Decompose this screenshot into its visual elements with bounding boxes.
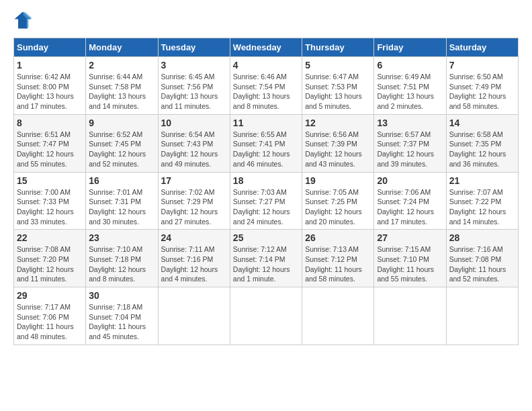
day-number: 15 — [17, 175, 83, 186]
day-info: Sunrise: 7:03 AM Sunset: 7:27 PM Dayligh… — [233, 187, 299, 227]
calendar-cell: 15Sunrise: 7:00 AM Sunset: 7:33 PM Dayli… — [14, 172, 86, 230]
day-number: 2 — [89, 60, 154, 71]
calendar-cell: 9Sunrise: 6:52 AM Sunset: 7:45 PM Daylig… — [86, 114, 158, 172]
calendar-cell: 28Sunrise: 7:16 AM Sunset: 7:08 PM Dayli… — [446, 230, 518, 287]
day-info: Sunrise: 7:00 AM Sunset: 7:33 PM Dayligh… — [17, 187, 83, 227]
calendar-cell: 4Sunrise: 6:46 AM Sunset: 7:54 PM Daylig… — [230, 57, 302, 115]
day-info: Sunrise: 6:52 AM Sunset: 7:45 PM Dayligh… — [89, 130, 154, 169]
logo — [13, 11, 35, 30]
day-info: Sunrise: 7:12 AM Sunset: 7:14 PM Dayligh… — [233, 244, 299, 284]
logo-icon — [13, 11, 32, 30]
calendar-cell: 5Sunrise: 6:47 AM Sunset: 7:53 PM Daylig… — [302, 57, 374, 115]
day-number: 27 — [377, 232, 443, 243]
calendar-cell: 22Sunrise: 7:08 AM Sunset: 7:20 PM Dayli… — [14, 230, 86, 287]
weekday-header: Thursday — [302, 38, 374, 57]
day-number: 9 — [89, 118, 154, 128]
day-info: Sunrise: 6:46 AM Sunset: 7:54 PM Dayligh… — [233, 72, 299, 111]
day-number: 23 — [89, 232, 154, 243]
day-number: 3 — [161, 60, 227, 71]
calendar-cell: 12Sunrise: 6:56 AM Sunset: 7:39 PM Dayli… — [302, 114, 374, 172]
header — [13, 11, 519, 30]
calendar-cell: 19Sunrise: 7:05 AM Sunset: 7:25 PM Dayli… — [302, 172, 374, 230]
day-info: Sunrise: 7:10 AM Sunset: 7:18 PM Dayligh… — [89, 244, 154, 284]
day-number: 5 — [305, 60, 371, 71]
calendar-cell: 6Sunrise: 6:49 AM Sunset: 7:51 PM Daylig… — [374, 57, 446, 115]
calendar-cell: 24Sunrise: 7:11 AM Sunset: 7:16 PM Dayli… — [158, 230, 230, 287]
calendar-week: 22Sunrise: 7:08 AM Sunset: 7:20 PM Dayli… — [14, 230, 519, 287]
calendar-cell: 13Sunrise: 6:57 AM Sunset: 7:37 PM Dayli… — [374, 114, 446, 172]
day-number: 12 — [305, 118, 371, 128]
day-number: 6 — [377, 60, 443, 71]
calendar-cell: 2Sunrise: 6:44 AM Sunset: 7:58 PM Daylig… — [86, 57, 158, 115]
day-info: Sunrise: 6:44 AM Sunset: 7:58 PM Dayligh… — [89, 72, 154, 111]
calendar-cell — [302, 287, 374, 345]
day-info: Sunrise: 7:07 AM Sunset: 7:22 PM Dayligh… — [449, 187, 515, 227]
calendar-week: 8Sunrise: 6:51 AM Sunset: 7:47 PM Daylig… — [14, 114, 519, 172]
day-info: Sunrise: 6:42 AM Sunset: 8:00 PM Dayligh… — [17, 72, 83, 111]
day-number: 19 — [305, 175, 371, 186]
calendar-cell — [374, 287, 446, 345]
calendar-cell: 21Sunrise: 7:07 AM Sunset: 7:22 PM Dayli… — [446, 172, 518, 230]
calendar-week: 1Sunrise: 6:42 AM Sunset: 8:00 PM Daylig… — [14, 57, 519, 115]
calendar-cell: 27Sunrise: 7:15 AM Sunset: 7:10 PM Dayli… — [374, 230, 446, 287]
day-number: 1 — [17, 60, 83, 71]
day-number: 26 — [305, 232, 371, 243]
day-info: Sunrise: 7:06 AM Sunset: 7:24 PM Dayligh… — [377, 187, 443, 227]
day-info: Sunrise: 6:50 AM Sunset: 7:49 PM Dayligh… — [449, 72, 515, 111]
calendar-cell: 29Sunrise: 7:17 AM Sunset: 7:06 PM Dayli… — [14, 287, 86, 345]
day-info: Sunrise: 6:58 AM Sunset: 7:35 PM Dayligh… — [449, 130, 515, 169]
day-number: 4 — [233, 60, 299, 71]
day-number: 10 — [161, 118, 227, 128]
calendar-cell: 1Sunrise: 6:42 AM Sunset: 8:00 PM Daylig… — [14, 57, 86, 115]
day-number: 13 — [377, 118, 443, 128]
day-number: 11 — [233, 118, 299, 128]
day-info: Sunrise: 6:56 AM Sunset: 7:39 PM Dayligh… — [305, 130, 371, 169]
calendar-cell: 30Sunrise: 7:18 AM Sunset: 7:04 PM Dayli… — [86, 287, 158, 345]
day-number: 17 — [161, 175, 227, 186]
day-info: Sunrise: 6:45 AM Sunset: 7:56 PM Dayligh… — [161, 72, 227, 111]
calendar-week: 29Sunrise: 7:17 AM Sunset: 7:06 PM Dayli… — [14, 287, 519, 345]
weekday-header: Sunday — [14, 38, 86, 57]
day-number: 18 — [233, 175, 299, 186]
day-info: Sunrise: 7:15 AM Sunset: 7:10 PM Dayligh… — [377, 244, 443, 284]
day-number: 14 — [449, 118, 515, 128]
calendar-cell — [158, 287, 230, 345]
day-number: 25 — [233, 232, 299, 243]
calendar-cell: 3Sunrise: 6:45 AM Sunset: 7:56 PM Daylig… — [158, 57, 230, 115]
day-number: 7 — [449, 60, 515, 71]
calendar-cell: 17Sunrise: 7:02 AM Sunset: 7:29 PM Dayli… — [158, 172, 230, 230]
calendar-cell — [446, 287, 518, 345]
calendar-cell: 11Sunrise: 6:55 AM Sunset: 7:41 PM Dayli… — [230, 114, 302, 172]
day-number: 28 — [449, 232, 515, 243]
day-info: Sunrise: 7:08 AM Sunset: 7:20 PM Dayligh… — [17, 244, 83, 284]
day-info: Sunrise: 7:11 AM Sunset: 7:16 PM Dayligh… — [161, 244, 227, 284]
header-row: SundayMondayTuesdayWednesdayThursdayFrid… — [14, 38, 519, 57]
day-info: Sunrise: 7:13 AM Sunset: 7:12 PM Dayligh… — [305, 244, 371, 284]
day-info: Sunrise: 6:57 AM Sunset: 7:37 PM Dayligh… — [377, 130, 443, 169]
calendar-cell — [230, 287, 302, 345]
weekday-header: Wednesday — [230, 38, 302, 57]
weekday-header: Monday — [86, 38, 158, 57]
day-number: 24 — [161, 232, 227, 243]
calendar-cell: 18Sunrise: 7:03 AM Sunset: 7:27 PM Dayli… — [230, 172, 302, 230]
calendar-cell: 20Sunrise: 7:06 AM Sunset: 7:24 PM Dayli… — [374, 172, 446, 230]
day-info: Sunrise: 7:16 AM Sunset: 7:08 PM Dayligh… — [449, 244, 515, 284]
weekday-header: Friday — [374, 38, 446, 57]
calendar-cell: 26Sunrise: 7:13 AM Sunset: 7:12 PM Dayli… — [302, 230, 374, 287]
day-number: 30 — [89, 290, 154, 301]
weekday-header: Saturday — [446, 38, 518, 57]
calendar-cell: 14Sunrise: 6:58 AM Sunset: 7:35 PM Dayli… — [446, 114, 518, 172]
calendar-cell: 23Sunrise: 7:10 AM Sunset: 7:18 PM Dayli… — [86, 230, 158, 287]
day-info: Sunrise: 7:18 AM Sunset: 7:04 PM Dayligh… — [89, 302, 154, 342]
day-info: Sunrise: 6:54 AM Sunset: 7:43 PM Dayligh… — [161, 130, 227, 169]
day-number: 22 — [17, 232, 83, 243]
calendar-cell: 25Sunrise: 7:12 AM Sunset: 7:14 PM Dayli… — [230, 230, 302, 287]
calendar-table: SundayMondayTuesdayWednesdayThursdayFrid… — [13, 38, 519, 345]
day-info: Sunrise: 7:17 AM Sunset: 7:06 PM Dayligh… — [17, 302, 83, 342]
day-info: Sunrise: 7:01 AM Sunset: 7:31 PM Dayligh… — [89, 187, 154, 227]
day-info: Sunrise: 7:05 AM Sunset: 7:25 PM Dayligh… — [305, 187, 371, 227]
day-info: Sunrise: 6:47 AM Sunset: 7:53 PM Dayligh… — [305, 72, 371, 111]
day-number: 16 — [89, 175, 154, 186]
day-info: Sunrise: 6:55 AM Sunset: 7:41 PM Dayligh… — [233, 130, 299, 169]
calendar-cell: 8Sunrise: 6:51 AM Sunset: 7:47 PM Daylig… — [14, 114, 86, 172]
